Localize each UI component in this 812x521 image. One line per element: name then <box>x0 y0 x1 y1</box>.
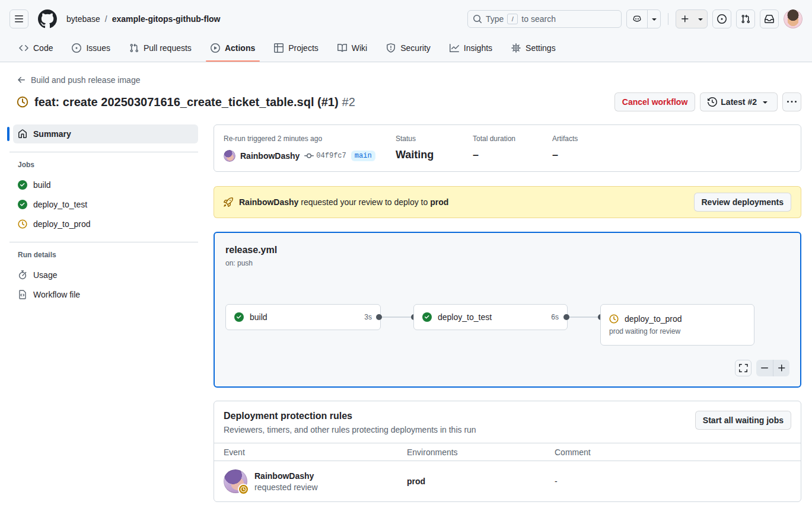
tab-label: Wiki <box>352 43 367 53</box>
pull-requests-header-button[interactable] <box>736 9 755 28</box>
tab-pull-requests[interactable]: Pull requests <box>120 34 201 62</box>
copilot-button[interactable] <box>627 10 647 28</box>
graph-node-deploy-to-prod[interactable]: deploy_to_prod prod waiting for review <box>600 304 754 346</box>
zoom-out-button[interactable] <box>756 360 773 376</box>
deployment-protection-card: Deployment protection rules Reviewers, t… <box>214 401 801 502</box>
run-main-column: Re-run triggered 2 minutes ago RainbowDa… <box>214 124 801 502</box>
back-to-workflow-link[interactable]: Build and push release image <box>17 75 140 85</box>
sidebar-item-label: Workflow file <box>33 290 80 299</box>
breadcrumb: bytebase / example-gitops-github-flow <box>66 14 220 24</box>
tab-label: Actions <box>225 43 255 53</box>
workflow-run-page: Build and push release image feat: creat… <box>0 62 812 502</box>
tab-settings[interactable]: Settings <box>502 34 565 62</box>
github-logo[interactable] <box>38 9 57 28</box>
breadcrumb-owner-link[interactable]: bytebase <box>66 14 100 24</box>
minus-icon <box>760 363 769 373</box>
artifacts-value: – <box>552 149 629 161</box>
reviewer-avatar[interactable] <box>224 469 247 493</box>
tab-insights[interactable]: Insights <box>440 34 502 62</box>
sidebar-divider <box>9 152 198 152</box>
user-avatar[interactable] <box>784 9 803 28</box>
back-link-label: Build and push release image <box>31 75 140 85</box>
search-placeholder-suffix: to search <box>521 14 556 24</box>
sidebar-job-build[interactable]: build <box>13 175 198 194</box>
trigger-text: Re-run triggered 2 minutes ago <box>224 135 396 143</box>
tab-actions[interactable]: Actions <box>201 34 265 62</box>
global-header: bytebase / example-gitops-github-flow Ty… <box>0 0 812 62</box>
graph-node-build[interactable]: build 3s <box>225 304 381 330</box>
tab-label: Projects <box>288 43 319 53</box>
issues-header-button[interactable] <box>712 9 731 28</box>
job-name: deploy_to_prod <box>33 219 91 229</box>
header-top-row: bytebase / example-gitops-github-flow Ty… <box>9 9 803 28</box>
search-input[interactable]: Type / to search <box>467 10 622 28</box>
graph-node-name: deploy_to_prod <box>625 314 682 324</box>
protection-rule-row: RainbowDashy requested review prod - <box>214 461 801 501</box>
tab-security[interactable]: Security <box>377 34 440 62</box>
review-actor: RainbowDashy <box>239 197 298 207</box>
cancel-workflow-button[interactable]: Cancel workflow <box>614 92 695 111</box>
actor-name-link[interactable]: RainbowDashy <box>240 151 300 161</box>
event-actor-name[interactable]: RainbowDashy <box>254 471 318 481</box>
commit-sha-link[interactable]: 04f9fc7 <box>316 152 346 160</box>
column-header-event: Event <box>224 448 407 457</box>
search-placeholder-prefix: Type <box>486 14 504 24</box>
graph-zoom-controls <box>756 360 789 376</box>
copilot-icon <box>632 14 642 24</box>
start-all-waiting-jobs-button[interactable]: Start all waiting jobs <box>695 411 791 430</box>
protection-rules-subtitle: Reviewers, timers, and other rules prote… <box>224 425 476 434</box>
inbox-icon <box>765 14 774 24</box>
latest-run-button[interactable]: Latest #2 <box>700 92 778 111</box>
graph-connector-line <box>568 317 600 318</box>
protection-rules-title: Deployment protection rules <box>224 411 476 421</box>
review-deployments-button[interactable]: Review deployments <box>694 193 792 212</box>
tab-projects[interactable]: Projects <box>265 34 328 62</box>
graph-fullscreen-button[interactable] <box>735 360 752 376</box>
status-label: Status <box>396 135 473 143</box>
inbox-button[interactable] <box>760 9 779 28</box>
workflow-file-name: release.yml <box>225 245 277 255</box>
chevron-down-icon <box>649 14 659 24</box>
tab-code[interactable]: Code <box>9 34 62 62</box>
graph-node-duration: 3s <box>364 313 372 321</box>
environment-cell: prod <box>407 477 555 486</box>
sidebar-job-deploy-to-prod[interactable]: deploy_to_prod <box>13 214 198 234</box>
tab-wiki[interactable]: Wiki <box>328 34 377 62</box>
review-environment: prod <box>430 197 448 207</box>
graph-connector-line <box>381 317 413 318</box>
create-new-button[interactable] <box>676 9 708 28</box>
review-message-text: requested your review to deploy to <box>301 197 428 207</box>
actor-avatar[interactable] <box>224 150 235 162</box>
breadcrumb-repo-link[interactable]: example-gitops-github-flow <box>112 14 221 24</box>
tab-issues[interactable]: Issues <box>62 34 119 62</box>
graph-connector-dot <box>376 314 382 320</box>
branch-badge[interactable]: main <box>351 151 375 161</box>
column-header-comment: Comment <box>555 448 791 457</box>
graph-icon <box>450 43 459 53</box>
table-icon <box>274 43 284 53</box>
check-circle-icon <box>422 312 432 322</box>
sidebar-item-workflow-file[interactable]: Workflow file <box>13 285 198 304</box>
hamburger-menu-button[interactable] <box>9 9 28 28</box>
latest-run-label: Latest #2 <box>721 97 757 107</box>
sidebar-item-usage[interactable]: Usage <box>13 265 198 285</box>
trigger-meta: Re-run triggered 2 minutes ago RainbowDa… <box>224 135 396 162</box>
three-bars-icon <box>14 14 24 24</box>
screen-full-icon <box>738 363 748 373</box>
zoom-in-button[interactable] <box>773 360 789 376</box>
play-icon <box>211 43 220 53</box>
run-more-options-button[interactable] <box>782 92 801 111</box>
sidebar-job-deploy-to-test[interactable]: deploy_to_test <box>13 194 198 214</box>
sidebar-item-summary[interactable]: Summary <box>13 124 198 143</box>
graph-connector-dot <box>563 314 569 320</box>
chevron-down-icon <box>760 97 770 107</box>
comment-cell: - <box>555 477 791 486</box>
history-icon <box>708 97 717 107</box>
copilot-menu-caret[interactable] <box>647 10 660 28</box>
graph-node-deploy-to-test[interactable]: deploy_to_test 6s <box>413 304 568 330</box>
tab-label: Pull requests <box>144 43 192 53</box>
tab-label: Security <box>400 43 431 53</box>
column-header-environments: Environments <box>407 448 555 457</box>
commit-ref: 04f9fc7 <box>304 151 346 161</box>
file-code-icon <box>18 290 27 299</box>
